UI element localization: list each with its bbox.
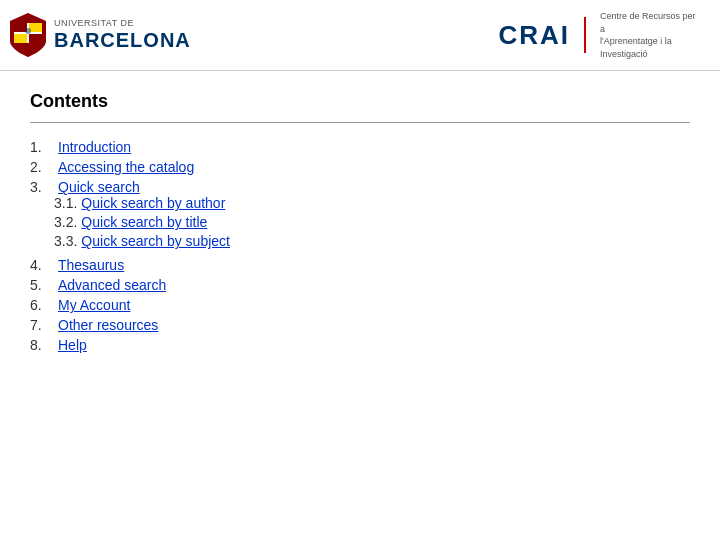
item-num: 1. <box>30 139 54 155</box>
svg-rect-4 <box>29 34 42 43</box>
introduction-link[interactable]: Introduction <box>58 139 131 155</box>
item-num: 8. <box>30 337 54 353</box>
ub-logo: UNIVERSITAT DE BARCELONA <box>10 13 191 57</box>
list-item: 1. Introduction <box>30 139 690 155</box>
thesaurus-link[interactable]: Thesaurus <box>58 257 124 273</box>
list-item: 4. Thesaurus <box>30 257 690 273</box>
crai-text: CRAI <box>498 20 570 51</box>
item-num: 2. <box>30 159 54 175</box>
item-num: 3. <box>30 179 54 195</box>
ub-name-text: UNIVERSITAT DE BARCELONA <box>54 19 191 51</box>
svg-point-5 <box>25 28 31 34</box>
item-num: 5. <box>30 277 54 293</box>
other-resources-link[interactable]: Other resources <box>58 317 158 333</box>
svg-rect-3 <box>14 34 27 43</box>
list-item: 3. Quick search 3.1. Quick search by aut… <box>30 179 690 253</box>
help-link[interactable]: Help <box>58 337 87 353</box>
qs-subject-link[interactable]: Quick search by subject <box>81 233 230 249</box>
crai-desc-line1: Centre de Recursos per a <box>600 11 696 34</box>
sub-list: 3.1. Quick search by author 3.2. Quick s… <box>30 195 230 249</box>
ub-line2: BARCELONA <box>54 29 191 51</box>
list-item: 5. Advanced search <box>30 277 690 293</box>
crai-divider <box>584 17 586 53</box>
list-item: 6. My Account <box>30 297 690 313</box>
list-item: 8. Help <box>30 337 690 353</box>
crai-desc-line2: l'Aprenentatge i la Investigació <box>600 36 672 59</box>
title-divider <box>30 122 690 123</box>
toc-list: 1. Introduction 2. Accessing the catalog… <box>30 139 690 353</box>
item-num: 6. <box>30 297 54 313</box>
sub-item-num: 3.1. <box>30 195 77 211</box>
ub-line1: UNIVERSITAT DE <box>54 19 191 29</box>
quick-search-link[interactable]: Quick search <box>58 179 140 195</box>
page-header: UNIVERSITAT DE BARCELONA CRAI Centre de … <box>0 0 720 71</box>
advanced-search-link[interactable]: Advanced search <box>58 277 166 293</box>
list-item: 7. Other resources <box>30 317 690 333</box>
crai-logo: CRAI Centre de Recursos per a l'Aprenent… <box>498 10 700 60</box>
ub-shield-icon <box>10 13 46 57</box>
main-content: Contents 1. Introduction 2. Accessing th… <box>0 71 720 377</box>
accessing-catalog-link[interactable]: Accessing the catalog <box>58 159 194 175</box>
list-item: 3.3. Quick search by subject <box>30 233 230 249</box>
sub-item-num: 3.3. <box>30 233 77 249</box>
item-num: 7. <box>30 317 54 333</box>
crai-description: Centre de Recursos per a l'Aprenentatge … <box>600 10 700 60</box>
sub-item-num: 3.2. <box>30 214 77 230</box>
qs-author-link[interactable]: Quick search by author <box>81 195 225 211</box>
item-num: 4. <box>30 257 54 273</box>
page-title: Contents <box>30 91 690 112</box>
list-item: 3.2. Quick search by title <box>30 214 230 230</box>
qs-title-link[interactable]: Quick search by title <box>81 214 207 230</box>
list-item: 3.1. Quick search by author <box>30 195 230 211</box>
my-account-link[interactable]: My Account <box>58 297 130 313</box>
list-item: 2. Accessing the catalog <box>30 159 690 175</box>
